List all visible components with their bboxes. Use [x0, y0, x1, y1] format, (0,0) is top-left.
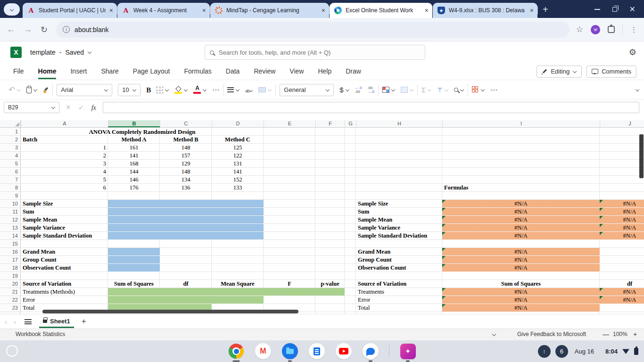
- shelf-app-chrome[interactable]: [228, 343, 245, 360]
- cell-B3[interactable]: 161: [108, 144, 160, 152]
- zoom-in-button[interactable]: [633, 330, 637, 338]
- cell-A1[interactable]: ANOVA Completely Randomized Design: [21, 128, 264, 136]
- cell-H13[interactable]: Sample Variance: [356, 224, 442, 232]
- cell-I18[interactable]: #N/A: [442, 264, 600, 272]
- status-chevron-icon[interactable]: [492, 333, 496, 337]
- browser-tab[interactable]: AStudent Portal | UAGC | Unive×: [23, 3, 117, 18]
- row-header-13[interactable]: 13: [0, 224, 21, 232]
- cell-H18[interactable]: Observation Count: [356, 264, 442, 272]
- row-header-10[interactable]: 10: [0, 200, 21, 208]
- cell-H14[interactable]: Sample Standard Deviation: [356, 232, 442, 240]
- back-button[interactable]: ←: [7, 25, 15, 34]
- cells-button[interactable]: [472, 86, 485, 93]
- cell-D4[interactable]: 122: [212, 152, 264, 160]
- site-info-icon[interactable]: i: [63, 26, 70, 33]
- row-header-24[interactable]: 24: [0, 312, 21, 314]
- cell-H22[interactable]: Error: [356, 296, 442, 304]
- cell-A12[interactable]: Sample Mean: [21, 216, 108, 224]
- cell-B6[interactable]: 144: [108, 168, 160, 176]
- row-header-6[interactable]: 6: [0, 168, 21, 176]
- vertical-scrollbar[interactable]: [639, 134, 644, 178]
- search-box[interactable]: [205, 45, 425, 60]
- excel-logo-icon[interactable]: X: [10, 47, 22, 58]
- row-header-14[interactable]: 14: [0, 232, 21, 240]
- editing-mode-button[interactable]: Editing: [537, 66, 582, 78]
- format-as-table-button[interactable]: [382, 87, 395, 93]
- row-header-8[interactable]: 8: [0, 184, 21, 192]
- column-header-J[interactable]: J: [600, 120, 644, 127]
- cell-I12[interactable]: #N/A: [442, 216, 600, 224]
- cell-J11[interactable]: #N/A: [600, 208, 644, 216]
- cell-J13[interactable]: #N/A: [600, 224, 644, 232]
- number-format-select[interactable]: General: [280, 84, 334, 96]
- cell-A3[interactable]: 1: [21, 144, 108, 152]
- format-painter-button[interactable]: [43, 87, 49, 93]
- system-tray[interactable]: ↑ 6 Aug 16 8:04: [538, 340, 639, 362]
- cell-B20[interactable]: Sum of Squares: [108, 280, 160, 288]
- browser-menu-icon[interactable]: ⋮: [630, 25, 637, 34]
- column-header-B[interactable]: B: [108, 120, 160, 127]
- cell-D20[interactable]: Mean Square: [212, 280, 264, 288]
- cell-C3[interactable]: 148: [160, 144, 212, 152]
- undo-button[interactable]: [8, 85, 21, 95]
- tab-close-icon[interactable]: ×: [530, 7, 534, 14]
- cell-I20[interactable]: Sum of Squares: [442, 280, 600, 288]
- cell-A5[interactable]: 3: [21, 160, 108, 168]
- shelf-app-gmail[interactable]: M: [255, 343, 272, 360]
- cell-I8[interactable]: Formulas: [442, 184, 600, 192]
- cell-A10[interactable]: Sample Size: [21, 200, 108, 208]
- bold-button[interactable]: [146, 86, 151, 94]
- cell-J20[interactable]: df: [600, 280, 644, 288]
- new-tab-button[interactable]: +: [543, 5, 548, 14]
- cell-I16[interactable]: #N/A: [442, 248, 600, 256]
- horizontal-scrollbar[interactable]: [42, 310, 298, 313]
- cell-B5[interactable]: 168: [108, 160, 160, 168]
- settings-gear-icon[interactable]: ⚙: [629, 47, 636, 58]
- tab-close-icon[interactable]: ×: [109, 7, 113, 14]
- column-header-D[interactable]: D: [212, 120, 264, 127]
- sheet-list-icon[interactable]: [25, 319, 32, 324]
- cell-C7[interactable]: 134: [160, 176, 212, 184]
- more-ribbon-options-button[interactable]: [490, 86, 497, 94]
- shelf-up-arrow-button[interactable]: ↑: [538, 345, 551, 358]
- cell-I10[interactable]: #N/A: [442, 200, 600, 208]
- cell-C4[interactable]: 157: [160, 152, 212, 160]
- more-font-options-button[interactable]: [212, 86, 219, 94]
- cell-I17[interactable]: #N/A: [442, 256, 600, 264]
- font-size-select[interactable]: 10: [118, 84, 140, 96]
- cell-I22[interactable]: #N/A: [442, 296, 600, 304]
- browser-tab[interactable]: Excel Online Student Work×: [330, 3, 432, 18]
- shelf-app-youtube[interactable]: [335, 343, 352, 360]
- restore-button[interactable]: [612, 7, 617, 12]
- cell-H23[interactable]: Total: [356, 304, 442, 312]
- row-header-1[interactable]: 1: [0, 128, 21, 136]
- merge-cells-button[interactable]: [258, 87, 272, 92]
- borders-button[interactable]: [157, 87, 169, 93]
- menu-home[interactable]: Home: [38, 64, 57, 79]
- formula-input[interactable]: [103, 102, 639, 113]
- comments-button[interactable]: Comments: [586, 66, 636, 78]
- cell-A7[interactable]: 5: [21, 176, 108, 184]
- cell-J10[interactable]: #N/A: [600, 200, 644, 208]
- row-header-18[interactable]: 18: [0, 264, 21, 272]
- fill-color-button[interactable]: [174, 86, 188, 94]
- shelf-app-docs[interactable]: [308, 343, 325, 360]
- cell-D2[interactable]: Method C: [212, 136, 264, 144]
- cell-C5[interactable]: 129: [160, 160, 212, 168]
- extensions-puzzle-icon[interactable]: [608, 26, 615, 33]
- menu-draw[interactable]: Draw: [346, 64, 361, 79]
- cell-H20[interactable]: Source of Variation: [356, 280, 442, 288]
- notification-count-badge[interactable]: 6: [555, 345, 568, 358]
- column-header-F[interactable]: F: [315, 120, 345, 127]
- cell-J12[interactable]: #N/A: [600, 216, 644, 224]
- insert-function-icon[interactable]: [91, 103, 96, 112]
- column-header-H[interactable]: H: [356, 120, 442, 127]
- conditional-formatting-button[interactable]: [401, 87, 413, 93]
- menu-review[interactable]: Review: [254, 64, 275, 79]
- row-header-4[interactable]: 4: [0, 152, 21, 160]
- cell-F20[interactable]: p-value: [315, 280, 345, 288]
- cell-A18[interactable]: Observation Count: [21, 264, 108, 272]
- row-header-17[interactable]: 17: [0, 256, 21, 264]
- font-color-button[interactable]: [193, 86, 206, 94]
- column-header-A[interactable]: A: [21, 120, 108, 127]
